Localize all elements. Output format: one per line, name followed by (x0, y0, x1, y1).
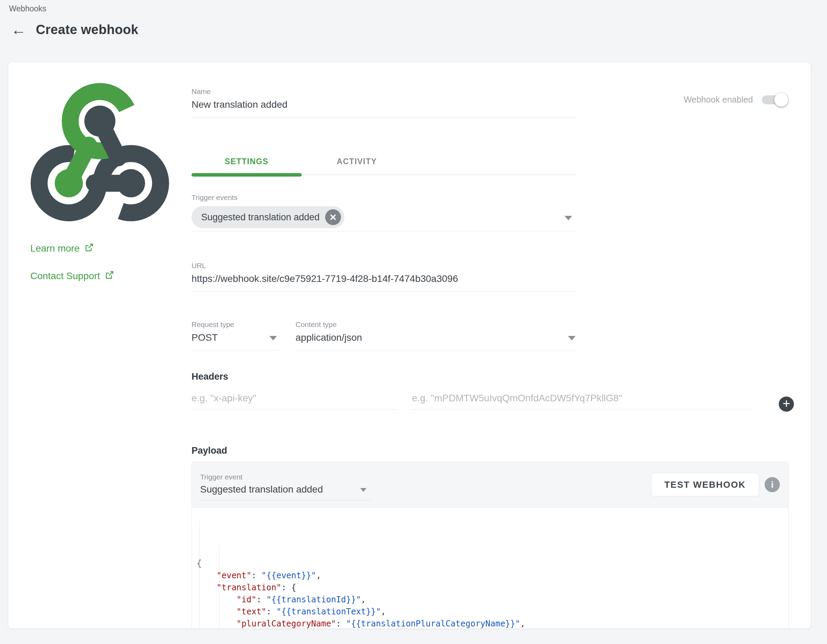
code-line: "id": "{{translationId}}", (197, 594, 788, 606)
page-title: Create webhook (36, 22, 139, 37)
create-webhook-card: Learn more Contact Support (8, 62, 811, 628)
url-input[interactable] (192, 273, 577, 285)
add-header-button[interactable]: + (779, 397, 794, 412)
chevron-down-icon[interactable] (565, 216, 572, 220)
url-label: URL (192, 261, 577, 270)
request-type-select[interactable]: POST (192, 332, 278, 351)
chip-remove-icon[interactable] (325, 209, 341, 225)
chevron-down-icon (269, 336, 277, 341)
code-line: "pluralCategoryName": "{{translationPlur… (197, 618, 788, 628)
payload-trigger-event-select[interactable]: Suggested translation added (200, 484, 371, 501)
test-webhook-button[interactable]: TEST WEBHOOK (651, 473, 759, 496)
code-line: "event": "{{event}}", (197, 570, 788, 582)
name-input[interactable] (192, 99, 577, 110)
payload-box: Trigger event Suggested translation adde… (192, 462, 789, 628)
page-header: Webhooks ← Create webhook (0, 0, 827, 39)
trigger-event-chip: Suggested translation added (192, 206, 345, 228)
trigger-events-select[interactable]: Suggested translation added (192, 206, 577, 231)
contact-support-link[interactable]: Contact Support (30, 270, 192, 282)
payload-trigger-event-label: Trigger event (200, 473, 371, 482)
info-icon[interactable]: i (765, 477, 780, 492)
webhook-enabled-label: Webhook enabled (684, 95, 753, 105)
tab-settings[interactable]: SETTINGS (192, 157, 302, 174)
content-type-label: Content type (295, 320, 577, 329)
chevron-down-icon (568, 336, 576, 341)
header-key-input[interactable] (192, 392, 396, 404)
payload-trigger-event-value: Suggested translation added (200, 484, 371, 495)
content-type-value: application/json (295, 332, 577, 344)
request-type-value: POST (192, 332, 278, 344)
active-tab-indicator (192, 173, 302, 177)
learn-more-link[interactable]: Learn more (30, 243, 192, 254)
indent-guide (199, 521, 200, 628)
contact-support-label: Contact Support (30, 271, 100, 282)
tab-activity[interactable]: ACTIVITY (302, 157, 412, 174)
chip-label: Suggested translation added (201, 212, 320, 223)
name-label: Name (192, 87, 577, 96)
webhook-logo-icon (29, 80, 170, 221)
back-arrow-icon[interactable]: ← (9, 20, 28, 39)
left-column: Learn more Contact Support (8, 62, 192, 628)
webhook-form: Name Webhook enabled SETTINGS ACTIVITY T… (192, 62, 811, 628)
toggle-thumb (774, 93, 788, 107)
payload-code[interactable]: { "event": "{{event}}", "translation": {… (192, 507, 788, 628)
trigger-events-label: Trigger events (192, 193, 577, 202)
external-link-icon (105, 270, 114, 282)
breadcrumb[interactable]: Webhooks (9, 3, 827, 14)
chevron-down-icon (360, 488, 367, 492)
payload-title: Payload (192, 445, 789, 456)
code-line: { (197, 558, 788, 570)
headers-title: Headers (192, 371, 789, 382)
header-value-input[interactable] (412, 392, 754, 404)
content-type-select[interactable]: application/json (295, 332, 577, 351)
code-line: "text": "{{translationText}}", (197, 606, 788, 618)
webhook-enabled-toggle[interactable] (762, 95, 787, 104)
learn-more-label: Learn more (30, 243, 80, 254)
tab-bar: SETTINGS ACTIVITY (192, 157, 577, 175)
external-link-icon (84, 243, 94, 254)
request-type-label: Request type (192, 320, 278, 329)
code-line: "translation": { (197, 582, 788, 594)
